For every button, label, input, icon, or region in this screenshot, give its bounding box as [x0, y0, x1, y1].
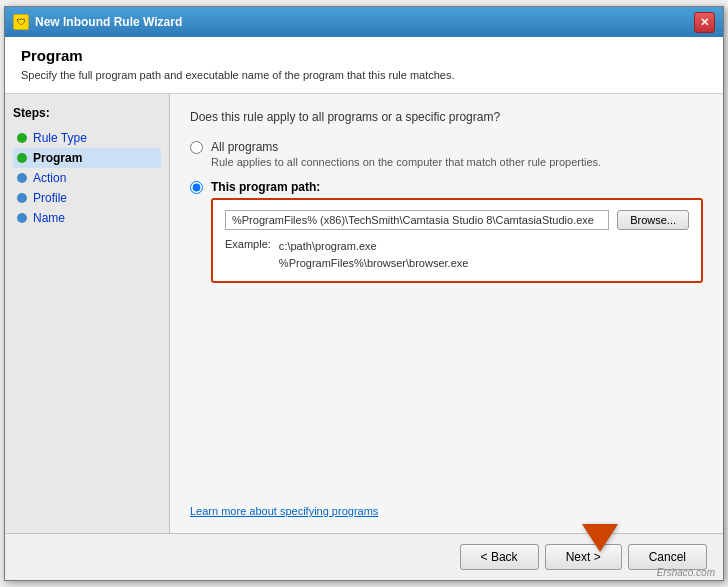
sidebar: Steps: Rule Type Program Action Profile … — [5, 94, 170, 533]
sidebar-item-action[interactable]: Action — [13, 168, 161, 188]
arrow-indicator — [582, 524, 618, 552]
page-description: Specify the full program path and execut… — [21, 68, 707, 83]
down-arrow-icon — [582, 524, 618, 552]
window-icon: 🛡 — [13, 14, 29, 30]
footer-area: < Back Next > Cancel Ershaco.com — [5, 533, 723, 580]
step-active-icon — [17, 153, 27, 163]
example-label: Example: — [225, 238, 271, 271]
sidebar-item-profile[interactable]: Profile — [13, 188, 161, 208]
sidebar-item-rule-type[interactable]: Rule Type — [13, 128, 161, 148]
step-pending-icon-3 — [17, 213, 27, 223]
window-title: New Inbound Rule Wizard — [35, 15, 182, 29]
step-pending-icon — [17, 173, 27, 183]
wizard-window: 🛡 New Inbound Rule Wizard ✕ Program Spec… — [4, 6, 724, 581]
page-title: Program — [21, 47, 707, 64]
browse-button[interactable]: Browse... — [617, 210, 689, 230]
step-done-icon — [17, 133, 27, 143]
sidebar-title: Steps: — [13, 106, 161, 120]
title-bar: 🛡 New Inbound Rule Wizard ✕ — [5, 7, 723, 37]
this-program-radio[interactable] — [190, 181, 203, 194]
question-text: Does this rule apply to all programs or … — [190, 110, 703, 124]
example-row: Example: c:\path\program.exe%ProgramFile… — [225, 238, 689, 271]
example-values: c:\path\program.exe%ProgramFiles%\browse… — [279, 238, 469, 271]
sidebar-label-program: Program — [33, 151, 82, 165]
this-program-option[interactable]: This program path: Browse... Example: c:… — [190, 180, 703, 283]
sidebar-label-name: Name — [33, 211, 65, 225]
sidebar-label-rule-type: Rule Type — [33, 131, 87, 145]
back-button[interactable]: < Back — [460, 544, 539, 570]
sidebar-label-action: Action — [33, 171, 66, 185]
sidebar-item-program[interactable]: Program — [13, 148, 161, 168]
sidebar-label-profile: Profile — [33, 191, 67, 205]
main-panel: Does this rule apply to all programs or … — [170, 94, 723, 533]
watermark: Ershaco.com — [657, 567, 715, 578]
this-program-label: This program path: — [211, 180, 703, 194]
title-bar-left: 🛡 New Inbound Rule Wizard — [13, 14, 182, 30]
program-path-input[interactable] — [225, 210, 609, 230]
all-programs-sublabel: Rule applies to all connections on the c… — [211, 156, 601, 168]
all-programs-radio[interactable] — [190, 141, 203, 154]
content-area: Steps: Rule Type Program Action Profile … — [5, 94, 723, 533]
all-programs-option[interactable]: All programs Rule applies to all connect… — [190, 140, 703, 168]
learn-more-link[interactable]: Learn more about specifying programs — [190, 505, 703, 517]
close-button[interactable]: ✕ — [694, 12, 715, 33]
sidebar-item-name[interactable]: Name — [13, 208, 161, 228]
all-programs-label: All programs — [211, 140, 601, 154]
program-path-row: Browse... — [225, 210, 689, 230]
step-pending-icon-2 — [17, 193, 27, 203]
program-path-box: Browse... Example: c:\path\program.exe%P… — [211, 198, 703, 283]
header-section: Program Specify the full program path an… — [5, 37, 723, 94]
